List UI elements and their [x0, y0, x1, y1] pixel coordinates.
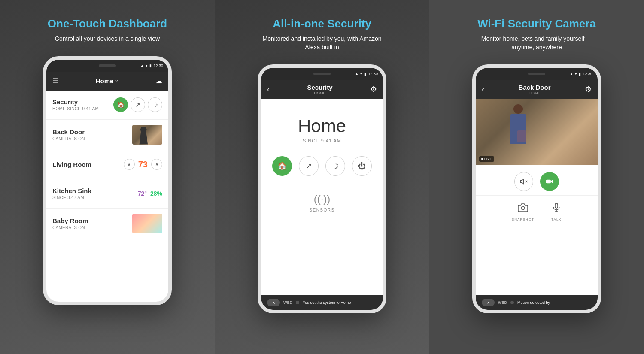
bottom-bar-2: ∧ WED You set the system to Home: [261, 295, 383, 310]
signal-icon: ▲: [140, 64, 144, 68]
living-room-item-text: Living Room: [52, 161, 124, 168]
dropdown-arrow-icon[interactable]: ∨: [115, 79, 118, 83]
away-mode-button[interactable]: ↗: [131, 97, 145, 112]
security-mode-buttons: 🏠 ↗ ☽ ⏻: [272, 156, 372, 176]
security-content: Home SINCE 9:41 AM 🏠 ↗ ☽ ⏻ ((·)) SENSORS: [261, 99, 383, 295]
settings-icon-3[interactable]: ⚙: [585, 85, 592, 94]
back-door-item-name: Back Door: [52, 128, 132, 136]
camera-mode-controls: [476, 165, 598, 196]
microphone-icon: [551, 203, 562, 215]
security-item-name: Security: [52, 98, 113, 106]
status-icons-2: ▲ ▾ ▮ 12:30: [355, 72, 378, 76]
time-display-3: 12:30: [583, 72, 592, 76]
status-bar-3: ▲ ▾ ▮ 12:30: [476, 68, 598, 80]
back-button-3[interactable]: ‹: [482, 85, 484, 94]
speaker-3: [528, 73, 545, 75]
list-item[interactable]: Back Door CAMERA IS ON: [46, 120, 168, 150]
home-mode-btn[interactable]: 🏠: [272, 156, 292, 176]
camera-actions: SNAPSHOT TALK: [476, 196, 598, 228]
menu-icon[interactable]: ☰: [52, 77, 58, 85]
nav-sub-3: HOME: [529, 91, 541, 95]
camera-content: ■ LIVE: [476, 99, 598, 295]
camera-live-view: ■ LIVE: [476, 99, 598, 165]
panel-security: All-in-one Security Monitored and instal…: [215, 0, 429, 354]
cloud-icon[interactable]: ☁: [155, 77, 162, 85]
status-icons-3: ▲ ▾ ▮ 12:30: [570, 72, 592, 76]
temp-up-button[interactable]: ∧: [151, 159, 162, 170]
baby-room-item-sub: CAMERA IS ON: [52, 225, 132, 230]
battery-icon-3: ▮: [579, 72, 581, 76]
panel2-title: All-in-one Security: [273, 17, 371, 30]
pull-up-button-3[interactable]: ∧: [482, 299, 495, 306]
nav-sub-2: HOME: [314, 91, 325, 95]
panel3-subtitle: Monitor home, pets and family yourself —…: [472, 35, 601, 51]
panel3-title: Wi-Fi Security Camera: [477, 17, 596, 30]
speaker-1: [99, 64, 116, 67]
sensors-label: SENSORS: [309, 208, 334, 212]
bottom-msg-3: Motion detected by: [517, 300, 592, 305]
temp-down-button[interactable]: ∨: [124, 159, 135, 170]
bottom-day-3: WED: [498, 300, 507, 305]
nav-bar-1: ☰ Home ∨ ☁: [46, 72, 168, 91]
nav-title-1: Home: [96, 77, 114, 85]
bottom-bar-3: ∧ WED Motion detected by: [476, 295, 598, 310]
person-bag: [517, 130, 526, 142]
nav-bar-3: ‹ Back Door HOME ⚙: [476, 80, 598, 99]
security-controls: 🏠 ↗ ☽: [113, 97, 162, 112]
nav-bar-2: ‹ Security HOME ⚙: [261, 80, 383, 99]
status-bar-2: ▲ ▾ ▮ 12:30: [261, 68, 383, 80]
back-button-2[interactable]: ‹: [267, 85, 270, 94]
battery-icon-2: ▮: [364, 72, 366, 76]
security-item-sub: HOME SINCE 9:41 AM: [52, 106, 113, 111]
list-item[interactable]: Living Room ∨ 73 ∧: [46, 150, 168, 179]
svg-marker-3: [551, 180, 553, 183]
power-mode-btn[interactable]: ⏻: [352, 156, 372, 176]
kitchen-temp-value: 72°: [138, 190, 147, 197]
talk-action[interactable]: TALK: [551, 203, 562, 221]
home-mode-button[interactable]: 🏠: [113, 97, 128, 112]
pull-up-button-2[interactable]: ∧: [267, 299, 280, 306]
time-display-2: 12:30: [368, 72, 378, 76]
list-item[interactable]: Security HOME SINCE 9:41 AM 🏠 ↗ ☽: [46, 91, 168, 120]
list-item[interactable]: Baby Room CAMERA IS ON: [46, 209, 168, 239]
home-since-label: SINCE 9:41 AM: [303, 138, 341, 143]
temperature-value: 73: [138, 160, 148, 169]
record-button[interactable]: [540, 172, 559, 191]
wifi-icon-3: ▾: [575, 72, 577, 76]
svg-rect-5: [555, 203, 558, 208]
sensors-section: ((·)) SENSORS: [309, 193, 334, 212]
wifi-icon-2: ▾: [360, 72, 362, 76]
list-item[interactable]: Kitchen Sink SINCE 3:47 AM 72° 28%: [46, 179, 168, 209]
sensors-icon: ((·)): [314, 193, 331, 205]
bottom-dot-3: [510, 301, 514, 304]
baby-room-camera-thumb: [132, 214, 162, 233]
settings-icon-2[interactable]: ⚙: [370, 85, 377, 94]
device-list: Security HOME SINCE 9:41 AM 🏠 ↗ ☽ Back D…: [46, 91, 168, 239]
signal-icon-3: ▲: [570, 72, 574, 76]
baby-room-item-name: Baby Room: [52, 217, 132, 224]
baby-room-item-text: Baby Room CAMERA IS ON: [52, 217, 132, 230]
kitchen-stats: 72° 28%: [138, 190, 162, 197]
person-body: [510, 114, 526, 144]
panel-dashboard: One-Touch Dashboard Control all your dev…: [0, 0, 215, 354]
night-mode-btn[interactable]: ☽: [325, 156, 345, 176]
bottom-dot-2: [296, 301, 299, 304]
live-badge: ■ LIVE: [479, 156, 494, 162]
snapshot-label: SNAPSHOT: [512, 218, 534, 221]
mute-button[interactable]: [514, 172, 533, 191]
svg-rect-2: [547, 180, 551, 183]
home-status-label: Home: [298, 116, 346, 136]
panel1-subtitle: Control all your devices in a single vie…: [55, 35, 160, 43]
back-door-item-text: Back Door CAMERA IS ON: [52, 128, 132, 141]
snapshot-action[interactable]: SNAPSHOT: [512, 203, 534, 221]
back-door-item-sub: CAMERA IS ON: [52, 136, 132, 141]
kitchen-humidity-value: 28%: [150, 190, 162, 197]
away-mode-btn[interactable]: ↗: [299, 156, 319, 176]
speaker-2: [313, 73, 331, 75]
signal-icon-2: ▲: [355, 72, 359, 76]
living-room-item-name: Living Room: [52, 161, 124, 168]
nav-title-3: Back Door: [518, 84, 550, 91]
camera-thumbnail-image: [132, 125, 162, 145]
camera-snap-icon: [518, 203, 528, 215]
night-mode-button[interactable]: ☽: [148, 97, 162, 112]
